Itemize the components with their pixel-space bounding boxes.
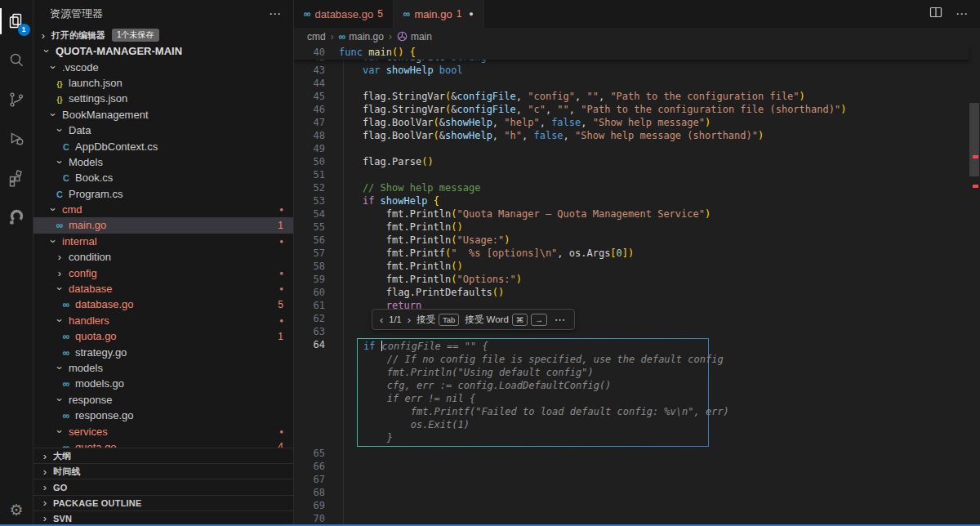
chevron-right-icon: › bbox=[37, 30, 50, 41]
code-line[interactable]: 52 // Show help message bbox=[294, 181, 980, 194]
explorer-icon[interactable]: 1 bbox=[0, 2, 33, 41]
code-line[interactable]: 54 fmt.Println("Quota Manager – Quota Ma… bbox=[294, 207, 980, 221]
code-line[interactable]: 45 flag.StringVar(&configFile, "config",… bbox=[294, 90, 980, 103]
sidebar-more-icon[interactable]: ⋯ bbox=[269, 7, 282, 21]
explorer-badge: 1 bbox=[18, 24, 30, 36]
inline-suggestion-box: if configFile == "" { // If no config fi… bbox=[357, 338, 709, 447]
breadcrumb-item[interactable]: cmd bbox=[307, 31, 326, 42]
tree-item[interactable]: ›BookManagement bbox=[33, 107, 293, 123]
tree-item[interactable]: ∞quota.go1 bbox=[33, 328, 293, 344]
code-text: flag.StringVar(&configFile, "config", ""… bbox=[339, 90, 805, 103]
breadcrumb-item[interactable]: main bbox=[397, 31, 432, 42]
tree-item[interactable]: ›config● bbox=[33, 265, 293, 280]
source-control-icon[interactable] bbox=[0, 80, 33, 119]
code-line[interactable]: 59 fmt.Println("Options:") bbox=[294, 273, 980, 286]
breadcrumb-item[interactable]: ∞main.go bbox=[339, 31, 384, 42]
sidebar-panel-大纲[interactable]: ›大纲 bbox=[33, 448, 293, 463]
line-number: 66 bbox=[294, 460, 339, 473]
tree-item[interactable]: {}launch.json bbox=[33, 75, 293, 91]
code-line[interactable]: 47 flag.BoolVar(&showHelp, "help", false… bbox=[294, 116, 980, 129]
code-line[interactable]: 57 fmt.Printf(" %s [options]\n", os.Args… bbox=[294, 247, 980, 260]
tree-item[interactable]: CProgram.cs bbox=[33, 186, 293, 202]
tab-main.go[interactable]: ∞main.go1● bbox=[394, 0, 484, 28]
code-line[interactable]: 58 fmt.Println() bbox=[294, 260, 980, 273]
sidebar-panel-时间线[interactable]: ›时间线 bbox=[33, 463, 293, 479]
code-line[interactable]: 50 flag.Parse() bbox=[294, 155, 980, 168]
code-line[interactable]: 44 bbox=[294, 77, 980, 90]
code-line[interactable]: 56 fmt.Println("Usage:") bbox=[294, 234, 980, 247]
tree-item[interactable]: CAppDbContext.cs bbox=[33, 138, 293, 154]
tree-item[interactable]: ›internal● bbox=[33, 234, 293, 249]
code-line[interactable]: 49 bbox=[294, 142, 980, 155]
code-text: if configFile == "" { bbox=[340, 340, 488, 353]
code-line[interactable]: 68 bbox=[294, 486, 980, 499]
tree-item[interactable]: ›response bbox=[33, 392, 293, 408]
code-line[interactable]: 53 if showHelp { bbox=[294, 194, 980, 207]
run-debug-icon[interactable] bbox=[0, 119, 33, 158]
tree-item[interactable]: ›models bbox=[33, 360, 293, 376]
sidebar-panel-GO[interactable]: ›GO bbox=[33, 479, 293, 494]
code-line[interactable]: 67 bbox=[294, 473, 980, 486]
tree-item[interactable]: ›Models bbox=[33, 154, 293, 170]
ai-assistant-icon[interactable] bbox=[0, 198, 33, 237]
tab-database.go[interactable]: ∞database.go5 bbox=[294, 0, 394, 28]
modified-dot: ● bbox=[279, 270, 293, 277]
chevron-down-icon: › bbox=[55, 393, 65, 406]
code-line[interactable]: 69 bbox=[294, 499, 980, 512]
code-text: fmt.Printf(" %s [options]\n", os.Args[0]… bbox=[339, 247, 634, 260]
accept-suggestion-button[interactable]: 接受 Tab bbox=[416, 314, 459, 326]
accept-word-button[interactable]: 接受 Word ⌘ → bbox=[465, 314, 546, 326]
suggestion-next-icon[interactable]: › bbox=[408, 314, 411, 326]
code-line[interactable]: 65 bbox=[294, 447, 980, 460]
code-line[interactable]: 48 flag.BoolVar(&showHelp, "h", false, "… bbox=[294, 129, 980, 142]
tree-item[interactable]: ›cmd● bbox=[33, 202, 293, 217]
open-editors-section[interactable]: › 打开的编辑器 1个未保存 bbox=[33, 27, 293, 43]
code-editor[interactable]: 42 var configFile string43 var showHelp … bbox=[294, 46, 980, 526]
tree-item[interactable]: ›database● bbox=[33, 281, 293, 296]
tree-item-label: database bbox=[69, 283, 113, 295]
suggestion-prev-icon[interactable]: ‹ bbox=[380, 314, 383, 326]
search-icon[interactable] bbox=[0, 41, 33, 80]
tree-item[interactable]: ∞strategy.go bbox=[33, 344, 293, 359]
code-text: flag.PrintDefaults() bbox=[339, 286, 504, 299]
code-line[interactable]: 55 fmt.Println() bbox=[294, 221, 980, 234]
extensions-icon[interactable] bbox=[0, 158, 33, 198]
code-line[interactable]: 66 bbox=[294, 460, 980, 473]
tree-item[interactable]: CBook.cs bbox=[33, 170, 293, 185]
tree-item[interactable]: ∞main.go1 bbox=[33, 217, 293, 233]
tree-item[interactable]: ∞quota.go4 bbox=[33, 439, 293, 448]
sticky-scroll-line[interactable]: 40func main() { bbox=[294, 46, 969, 60]
current-line-row[interactable]: 64 if configFile == "" { // If no config… bbox=[294, 338, 980, 447]
code-line[interactable]: 60 flag.PrintDefaults() bbox=[294, 286, 980, 299]
split-editor-icon[interactable] bbox=[929, 6, 942, 22]
code-line[interactable]: 51 bbox=[294, 168, 980, 181]
tree-item[interactable]: ›Data bbox=[33, 123, 293, 138]
settings-gear-icon[interactable]: ⚙ bbox=[9, 501, 23, 519]
sidebar-panel-SVN[interactable]: ›SVN bbox=[33, 510, 293, 526]
tree-item-label: models.go bbox=[75, 377, 124, 390]
code-line[interactable]: 46 flag.StringVar(&configFile, "c", "", … bbox=[294, 103, 980, 116]
csharp-icon: C bbox=[63, 173, 69, 183]
tree-item[interactable]: {}settings.json bbox=[33, 91, 293, 106]
code-line[interactable]: 43 var showHelp bool bbox=[294, 64, 980, 77]
chevron-down-icon: › bbox=[55, 362, 65, 375]
editor-more-icon[interactable]: ⋯ bbox=[956, 7, 969, 21]
tree-item[interactable]: ∞response.go bbox=[33, 408, 293, 423]
tree-item[interactable]: ›handlers● bbox=[33, 313, 293, 328]
chevron-right-icon: › bbox=[38, 513, 51, 524]
vertical-scrollbar[interactable] bbox=[969, 46, 980, 526]
go-icon: ∞ bbox=[403, 8, 411, 20]
tree-item[interactable]: ›QUOTA-MANAGER-MAIN bbox=[33, 43, 293, 59]
code-line[interactable]: if configFile == "" { bbox=[358, 340, 708, 353]
tree-item[interactable]: ›services● bbox=[33, 423, 293, 439]
tab-bar: ∞database.go5∞main.go1● ⋯ bbox=[294, 0, 980, 28]
code-line[interactable]: 70 bbox=[294, 512, 980, 525]
scrollbar-slider[interactable] bbox=[969, 103, 979, 176]
suggestion-more-icon[interactable]: ⋯ bbox=[555, 313, 567, 326]
tree-item[interactable]: ›.vscode bbox=[33, 59, 293, 74]
sidebar-panel-PACKAGE OUTLINE[interactable]: ›PACKAGE OUTLINE bbox=[33, 495, 293, 510]
tree-item[interactable]: ›condition bbox=[33, 249, 293, 265]
tree-item[interactable]: ∞models.go bbox=[33, 376, 293, 391]
dirty-dot-icon[interactable]: ● bbox=[469, 10, 473, 18]
tree-item[interactable]: ∞database.go5 bbox=[33, 296, 293, 312]
